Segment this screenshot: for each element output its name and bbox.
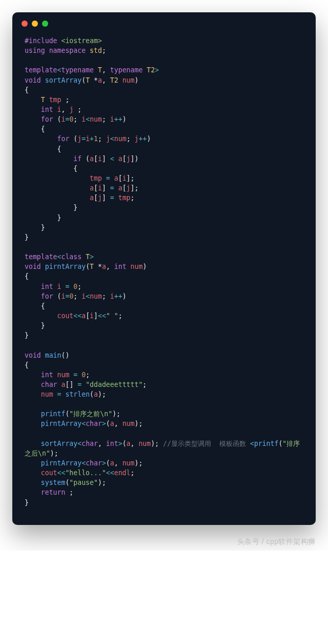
code-token: ++ bbox=[114, 292, 122, 300]
code-token bbox=[127, 263, 131, 270]
code-token: } bbox=[25, 499, 29, 506]
code-token: < bbox=[110, 135, 114, 143]
code-token: > bbox=[118, 440, 122, 447]
code-token: class bbox=[61, 253, 81, 261]
code-token: a bbox=[114, 174, 118, 182]
code-token bbox=[41, 263, 45, 270]
code-token: ; bbox=[98, 135, 106, 143]
code-token bbox=[25, 479, 41, 486]
code-token bbox=[25, 115, 41, 123]
code-token bbox=[45, 96, 49, 104]
code-token: [ bbox=[118, 174, 122, 182]
code-token: { bbox=[25, 86, 29, 94]
code-token: [ bbox=[94, 184, 98, 192]
code-token: printf bbox=[41, 410, 66, 418]
code-token: } bbox=[25, 224, 45, 231]
code-token: i bbox=[57, 283, 61, 290]
code-token: ) bbox=[122, 115, 127, 123]
code-token: , bbox=[131, 440, 139, 447]
watermark-text: 头条号 / cpp软件架构狮 bbox=[0, 537, 328, 551]
code-token: 1 bbox=[94, 135, 98, 143]
code-token: "排序之前\n" bbox=[69, 410, 112, 418]
code-token: ( bbox=[81, 155, 90, 163]
code-token: ; bbox=[130, 469, 134, 477]
code-token: int bbox=[41, 371, 53, 379]
code-token: num bbox=[41, 391, 53, 398]
code-token: T2 bbox=[110, 76, 118, 84]
code-token: , bbox=[102, 66, 110, 74]
code-token bbox=[118, 76, 122, 84]
code-token: pirntArray bbox=[41, 459, 81, 467]
code-token: ; bbox=[61, 96, 70, 104]
code-token: typename bbox=[110, 66, 143, 74]
code-token: , bbox=[102, 76, 110, 84]
code-token bbox=[25, 174, 90, 182]
code-token: int bbox=[41, 283, 53, 290]
code-token: strlen bbox=[65, 391, 90, 398]
code-token bbox=[53, 106, 57, 113]
code-token: T bbox=[41, 96, 45, 104]
code-token: < bbox=[77, 440, 81, 447]
code-token: for bbox=[57, 135, 70, 143]
code-token bbox=[53, 283, 57, 290]
code-token: num bbox=[90, 292, 102, 300]
code-token: int bbox=[41, 106, 53, 113]
code-token bbox=[25, 135, 57, 143]
code-token: num bbox=[114, 135, 127, 143]
code-token: > bbox=[102, 459, 106, 467]
code-token bbox=[25, 371, 41, 379]
code-token bbox=[114, 184, 118, 192]
minimize-icon[interactable] bbox=[32, 21, 38, 27]
code-token: num bbox=[122, 76, 135, 84]
code-token: num bbox=[138, 440, 151, 447]
code-token: ( bbox=[69, 135, 77, 143]
code-token: "ddadeeettttt" bbox=[86, 381, 142, 388]
code-token: i bbox=[90, 312, 94, 320]
code-token: } bbox=[25, 331, 29, 339]
code-token: [ bbox=[86, 312, 90, 320]
code-token bbox=[25, 489, 41, 496]
code-token bbox=[25, 381, 41, 388]
code-token: ( bbox=[106, 459, 110, 467]
code-token: ); bbox=[98, 479, 106, 486]
code-token: > bbox=[155, 66, 159, 74]
code-token: ( bbox=[53, 292, 61, 300]
close-icon[interactable] bbox=[22, 21, 28, 27]
code-token: ( bbox=[53, 115, 61, 123]
code-token: printf bbox=[254, 440, 279, 447]
code-token: num bbox=[131, 263, 143, 270]
code-token bbox=[25, 459, 41, 467]
code-token: ) bbox=[122, 292, 127, 300]
code-token bbox=[25, 420, 41, 427]
code-token: ); bbox=[50, 450, 58, 457]
code-token: 0 bbox=[81, 371, 86, 379]
code-token bbox=[45, 47, 49, 54]
code-token: a bbox=[90, 155, 94, 163]
code-token: j bbox=[106, 135, 110, 143]
code-token: template bbox=[25, 66, 57, 74]
code-token: #include bbox=[25, 37, 57, 45]
code-token: void bbox=[25, 263, 41, 270]
code-token: = bbox=[106, 174, 110, 182]
code-token: num bbox=[122, 420, 135, 427]
code-token bbox=[94, 66, 98, 74]
code-token: ) bbox=[147, 135, 151, 143]
code-token bbox=[81, 253, 86, 261]
code-token: << bbox=[98, 312, 106, 320]
code-token: if bbox=[73, 155, 81, 163]
code-token: a bbox=[118, 155, 122, 163]
code-token: > bbox=[90, 253, 94, 261]
code-token bbox=[25, 155, 73, 163]
code-token: T2 bbox=[147, 66, 155, 74]
code-token: { bbox=[25, 272, 29, 280]
code-token: ( bbox=[90, 391, 94, 398]
code-token: * bbox=[94, 263, 102, 270]
code-token: void bbox=[25, 76, 41, 84]
code-token: std bbox=[90, 47, 102, 54]
code-token: ; bbox=[86, 371, 90, 379]
code-token: ]; bbox=[131, 184, 139, 192]
code-token: ]; bbox=[127, 174, 135, 182]
code-token bbox=[102, 174, 106, 182]
zoom-icon[interactable] bbox=[42, 21, 48, 27]
code-token: ( bbox=[106, 420, 110, 427]
